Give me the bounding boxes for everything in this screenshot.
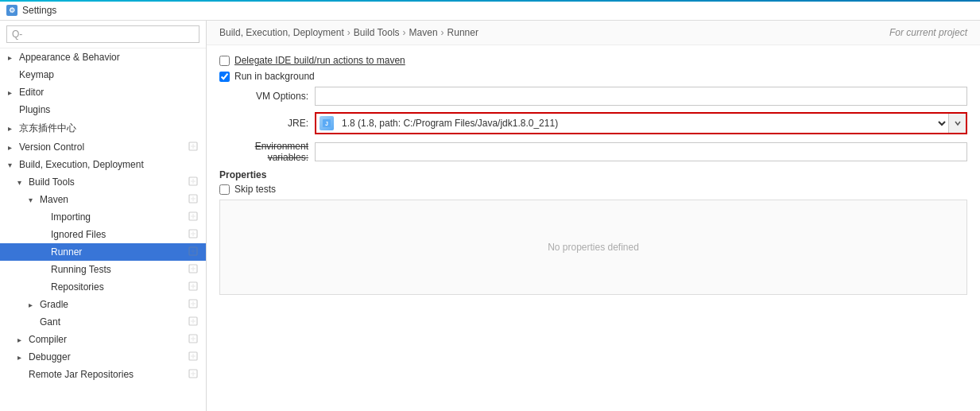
ext-icon-remote-jar-repos [188, 369, 199, 380]
sidebar-item-ignored-files[interactable]: Ignored Files [0, 226, 206, 243]
skip-tests-checkbox[interactable] [219, 184, 230, 195]
sidebar-item-running-tests[interactable]: Running Tests [0, 261, 206, 278]
env-variables-input[interactable] [315, 142, 967, 161]
tree-arrow-gradle[interactable] [29, 300, 38, 309]
sidebar-items-container: Appearance & BehaviorKeymapEditorPlugins… [0, 48, 206, 383]
delegate-ide-checkbox[interactable] [219, 56, 230, 66]
sidebar-item-jingdong[interactable]: 京东插件中心 [0, 118, 206, 138]
sidebar-item-version-control[interactable]: Version Control [0, 138, 206, 156]
run-background-checkbox[interactable] [219, 72, 230, 82]
ext-icon-gant [188, 316, 199, 328]
tree-arrow-build-exec-deploy[interactable] [8, 161, 17, 169]
top-accent [0, 0, 980, 2]
jre-icon: J [320, 116, 334, 130]
sidebar-item-repositories[interactable]: Repositories [0, 278, 206, 296]
search-input[interactable] [6, 25, 199, 43]
breadcrumb: Build, Execution, Deployment › Build Too… [207, 21, 980, 45]
sidebar-item-gant[interactable]: Gant [0, 313, 206, 331]
sidebar-label-build-tools: Build Tools [29, 176, 188, 188]
sidebar-label-runner: Runner [51, 246, 188, 258]
ext-icon-build-tools [188, 176, 199, 188]
sidebar-item-editor[interactable]: Editor [0, 83, 206, 101]
breadcrumb-part-3: Runner [447, 27, 478, 38]
sidebar-label-ignored-files: Ignored Files [51, 229, 188, 240]
sidebar-item-keymap[interactable]: Keymap [0, 66, 206, 83]
tree-arrow-version-control[interactable] [8, 143, 17, 152]
jre-label: JRE: [219, 118, 315, 129]
tree-arrow-debugger[interactable] [17, 353, 27, 362]
jre-dropdown-button[interactable] [948, 114, 966, 133]
ext-icon-debugger [188, 351, 199, 363]
ext-icon-maven [188, 194, 199, 205]
ext-icon-runner [188, 246, 199, 258]
skip-tests-label[interactable]: Skip tests [234, 184, 276, 195]
sidebar-item-appearance[interactable]: Appearance & Behavior [0, 48, 206, 66]
title-bar: ⚙ Settings [0, 0, 980, 21]
svg-text:J: J [325, 121, 328, 126]
ext-icon-running-tests [188, 264, 199, 275]
sidebar-label-plugins: Plugins [19, 104, 199, 115]
jre-row: JRE: J 1.8 (1.8, path: C:/Program Files/… [219, 112, 967, 134]
vm-options-label: VM Options: [219, 91, 315, 102]
breadcrumb-sep-2: › [441, 27, 444, 38]
sidebar-item-maven[interactable]: Maven [0, 191, 206, 208]
sidebar-item-plugins[interactable]: Plugins [0, 101, 206, 118]
jre-select-wrapper: J 1.8 (1.8, path: C:/Program Files/Java/… [315, 112, 967, 134]
sidebar-item-build-tools[interactable]: Build Tools [0, 173, 206, 191]
ext-icon-importing [188, 211, 199, 223]
sidebar-label-version-control: Version Control [19, 142, 188, 153]
tree-arrow-compiler[interactable] [17, 335, 27, 344]
sidebar-item-gradle[interactable]: Gradle [0, 296, 206, 313]
tree-arrow-jingdong[interactable] [8, 124, 17, 133]
breadcrumb-sep-1: › [403, 27, 406, 38]
search-box [0, 21, 206, 48]
settings-content: Delegate IDE build/run actions to maven … [207, 45, 980, 411]
vm-options-row: VM Options: [219, 87, 967, 106]
sidebar-label-keymap: Keymap [19, 69, 199, 80]
sidebar-label-remote-jar-repos: Remote Jar Repositories [29, 369, 188, 380]
sidebar-label-importing: Importing [51, 211, 188, 223]
main-container: Appearance & BehaviorKeymapEditorPlugins… [0, 21, 980, 411]
delegate-ide-row: Delegate IDE build/run actions to maven [219, 55, 967, 66]
env-variables-label: Environment variables: [219, 141, 315, 163]
tree-arrow-appearance[interactable] [8, 53, 17, 62]
sidebar-item-runner[interactable]: Runner [0, 243, 206, 261]
tree-arrow-build-tools[interactable] [17, 178, 27, 187]
sidebar-label-build-exec-deploy: Build, Execution, Deployment [19, 159, 199, 170]
jre-dropdown[interactable]: 1.8 (1.8, path: C:/Program Files/Java/jd… [334, 114, 948, 133]
sidebar-item-build-exec-deploy[interactable]: Build, Execution, Deployment [0, 156, 206, 173]
sidebar-label-debugger: Debugger [29, 351, 188, 363]
sidebar-item-compiler[interactable]: Compiler [0, 331, 206, 348]
delegate-ide-label[interactable]: Delegate IDE build/run actions to maven [234, 55, 405, 66]
breadcrumb-part-1: Build Tools [354, 27, 400, 38]
settings-icon: ⚙ [6, 5, 17, 16]
breadcrumb-part-0: Build, Execution, Deployment [219, 27, 344, 38]
ext-icon-repositories [188, 281, 199, 293]
vm-options-input[interactable] [315, 87, 967, 106]
env-variables-row: Environment variables: [219, 141, 967, 163]
sidebar-label-running-tests: Running Tests [51, 264, 188, 275]
properties-area: No properties defined [219, 200, 967, 295]
sidebar-label-gradle: Gradle [40, 299, 188, 310]
breadcrumb-sep-0: › [347, 27, 351, 38]
tree-arrow-editor[interactable] [8, 88, 17, 97]
sidebar-label-jingdong: 京东插件中心 [19, 122, 199, 135]
sidebar: Appearance & BehaviorKeymapEditorPlugins… [0, 21, 207, 411]
run-background-label[interactable]: Run in background [234, 71, 315, 82]
sidebar-label-compiler: Compiler [29, 334, 188, 345]
sidebar-label-appearance: Appearance & Behavior [19, 52, 199, 63]
sidebar-item-remote-jar-repos[interactable]: Remote Jar Repositories [0, 366, 206, 383]
tree-arrow-maven[interactable] [29, 196, 38, 204]
title-bar-text: Settings [22, 5, 56, 16]
breadcrumb-part-2: Maven [409, 27, 438, 38]
no-properties-message: No properties defined [548, 242, 639, 253]
sidebar-item-importing[interactable]: Importing [0, 208, 206, 226]
sidebar-label-repositories: Repositories [51, 281, 188, 293]
sidebar-item-debugger[interactable]: Debugger [0, 348, 206, 366]
ext-icon-ignored-files [188, 229, 199, 240]
ext-icon-gradle [188, 299, 199, 310]
breadcrumb-note: For current project [889, 27, 967, 38]
content-pane: Build, Execution, Deployment › Build Too… [207, 21, 980, 411]
sidebar-label-gant: Gant [40, 316, 188, 328]
ext-icon-compiler [188, 334, 199, 345]
